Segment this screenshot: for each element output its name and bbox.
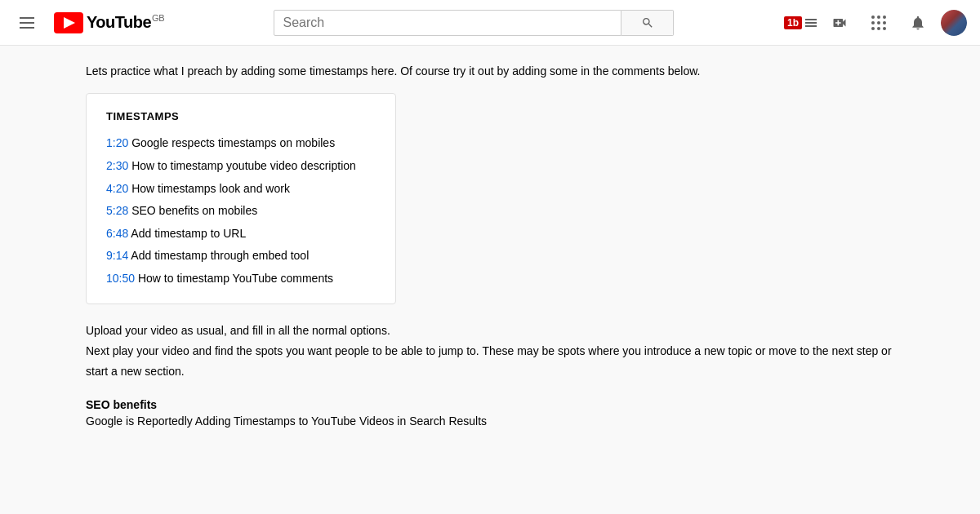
timestamp-item: 9:14 Add timestamp through embed tool	[106, 248, 376, 264]
search-icon	[641, 16, 654, 29]
timestamp-item: 4:20 How timestamps look and work	[106, 181, 376, 197]
notifications-button[interactable]	[902, 7, 934, 39]
timestamps-heading: TIMESTAMPS	[106, 110, 376, 122]
create-video-button[interactable]	[823, 7, 856, 39]
timestamp-link[interactable]: 5:28	[106, 204, 128, 217]
search-input[interactable]	[274, 16, 621, 30]
timestamp-link[interactable]: 9:14	[106, 249, 128, 262]
avatar-image	[941, 10, 967, 36]
main-content: Lets practice what I preach by adding so…	[0, 46, 980, 444]
timestamp-link[interactable]: 6:48	[106, 227, 128, 240]
search-form	[274, 10, 674, 36]
youtube-icon	[54, 12, 83, 33]
upload-text: Upload your video as usual, and fill in …	[86, 321, 894, 383]
timestamps-box: TIMESTAMPS 1:20 Google respects timestam…	[86, 93, 396, 304]
play-triangle-icon	[64, 17, 75, 29]
seo-section: SEO benefits Google is Reportedly Adding…	[86, 398, 894, 428]
timestamp-link[interactable]: 2:30	[106, 159, 128, 172]
grid-dots-icon	[871, 16, 886, 30]
timestamp-item: 2:30 How to timestamp youtube video desc…	[106, 158, 376, 175]
seo-heading: SEO benefits	[86, 398, 894, 411]
timestamp-link[interactable]: 10:50	[106, 272, 135, 285]
apps-button[interactable]	[862, 7, 895, 39]
search-button[interactable]	[621, 10, 674, 36]
timestamp-list: 1:20 Google respects timestamps on mobil…	[106, 135, 376, 286]
intro-text: Lets practice what I preach by adding so…	[86, 62, 894, 80]
header-center	[164, 10, 784, 36]
header-left: YouTubeGB	[13, 11, 164, 35]
subscriptions-badge: 1b	[784, 16, 802, 29]
timestamp-link[interactable]: 1:20	[106, 136, 128, 149]
hamburger-menu-button[interactable]	[13, 11, 41, 35]
timestamp-item: 10:50 How to timestamp YouTube comments	[106, 271, 376, 287]
camera-plus-icon	[831, 15, 848, 31]
subscriptions-button[interactable]: 1b	[784, 16, 817, 29]
bell-icon	[910, 15, 926, 31]
subscriptions-lines-icon	[805, 19, 817, 27]
search-input-wrapper	[274, 10, 621, 36]
youtube-text: YouTubeGB	[87, 13, 164, 32]
header-right: 1b	[784, 7, 967, 39]
timestamp-item: 6:48 Add timestamp to URL	[106, 226, 376, 242]
avatar[interactable]	[941, 10, 967, 36]
timestamp-link[interactable]: 4:20	[106, 182, 128, 195]
youtube-red-logo	[54, 12, 83, 33]
header: YouTubeGB 1b	[0, 0, 980, 46]
youtube-logo[interactable]: YouTubeGB	[54, 12, 164, 33]
seo-link[interactable]: Google is Reportedly Adding Timestamps t…	[86, 414, 487, 428]
timestamp-item: 1:20 Google respects timestamps on mobil…	[106, 135, 376, 152]
timestamp-item: 5:28 SEO benefits on mobiles	[106, 203, 376, 219]
